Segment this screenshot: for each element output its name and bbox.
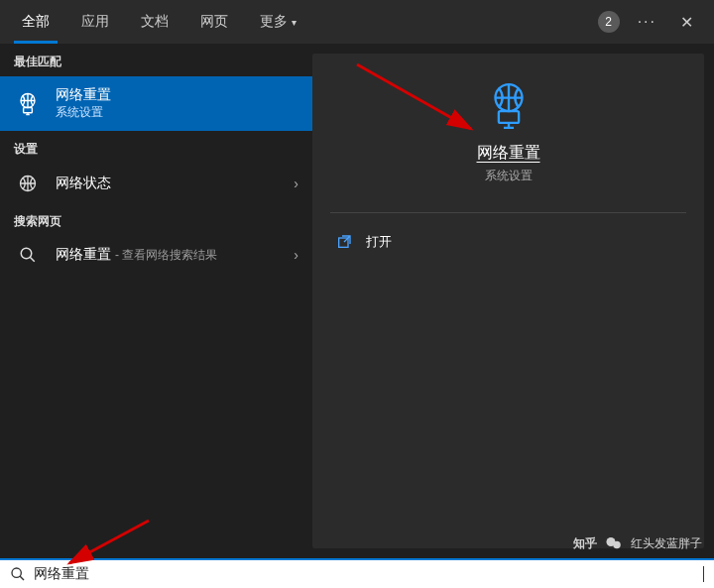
open-action[interactable]: 打开 xyxy=(330,223,686,261)
more-options-icon[interactable]: ··· xyxy=(638,13,656,31)
chevron-down-icon: ▾ xyxy=(292,17,297,28)
close-icon[interactable]: ✕ xyxy=(674,13,698,32)
chevron-right-icon: › xyxy=(294,176,298,191)
open-label: 打开 xyxy=(366,233,392,251)
result-subtitle: 系统设置 xyxy=(56,104,111,121)
result-count-badge[interactable]: 2 xyxy=(598,11,620,33)
result-title: 网络重置 xyxy=(56,86,111,104)
results-pane: 最佳匹配 网络重置 系统设置 设置 xyxy=(0,44,312,558)
result-settings-item[interactable]: 网络状态 › xyxy=(0,164,312,203)
search-input[interactable] xyxy=(34,566,703,582)
preview-title[interactable]: 网络重置 xyxy=(477,143,540,164)
result-best-match[interactable]: 网络重置 系统设置 xyxy=(0,76,312,131)
tab-web[interactable]: 网页 xyxy=(184,0,244,44)
watermark: 知乎 红头发蓝胖子 xyxy=(573,534,702,552)
svg-rect-1 xyxy=(24,107,33,112)
tab-more-label: 更多 xyxy=(260,13,288,31)
tab-more[interactable]: 更多 ▾ xyxy=(244,0,312,44)
tab-docs[interactable]: 文档 xyxy=(125,0,184,44)
result-subtitle: - 查看网络搜索结果 xyxy=(115,247,217,264)
svg-point-3 xyxy=(21,248,32,259)
tab-all[interactable]: 全部 xyxy=(6,0,65,44)
search-icon xyxy=(14,246,42,264)
globe-monitor-icon xyxy=(14,90,42,118)
preview-pane: 网络重置 系统设置 打开 xyxy=(312,54,704,548)
tab-apps[interactable]: 应用 xyxy=(65,0,125,44)
header-bar: 全部 应用 文档 网页 更多 ▾ 2 ··· ✕ xyxy=(0,0,714,44)
preview-hero: 网络重置 系统设置 xyxy=(330,71,686,202)
svg-point-11 xyxy=(613,541,621,549)
svg-point-7 xyxy=(12,568,21,577)
result-web-item[interactable]: 网络重置 - 查看网络搜索结果 › xyxy=(0,236,312,274)
chevron-right-icon: › xyxy=(294,247,298,263)
open-icon xyxy=(336,234,352,250)
section-web: 搜索网页 xyxy=(0,203,312,236)
filter-tabs: 全部 应用 文档 网页 更多 ▾ xyxy=(6,0,312,44)
wechat-icon xyxy=(605,534,623,552)
zhihu-logo: 知乎 xyxy=(573,535,597,552)
divider xyxy=(330,212,686,213)
result-title: 网络状态 xyxy=(56,175,111,192)
search-icon xyxy=(10,566,26,582)
section-best-match: 最佳匹配 xyxy=(0,44,312,76)
globe-icon xyxy=(14,174,42,193)
text-cursor xyxy=(703,566,704,582)
result-title: 网络重置 xyxy=(56,246,111,264)
section-settings: 设置 xyxy=(0,131,312,164)
preview-subtitle: 系统设置 xyxy=(485,168,533,184)
globe-monitor-icon xyxy=(482,79,536,133)
svg-rect-5 xyxy=(498,111,518,123)
taskbar-search[interactable] xyxy=(0,558,714,588)
watermark-name: 红头发蓝胖子 xyxy=(631,535,702,552)
